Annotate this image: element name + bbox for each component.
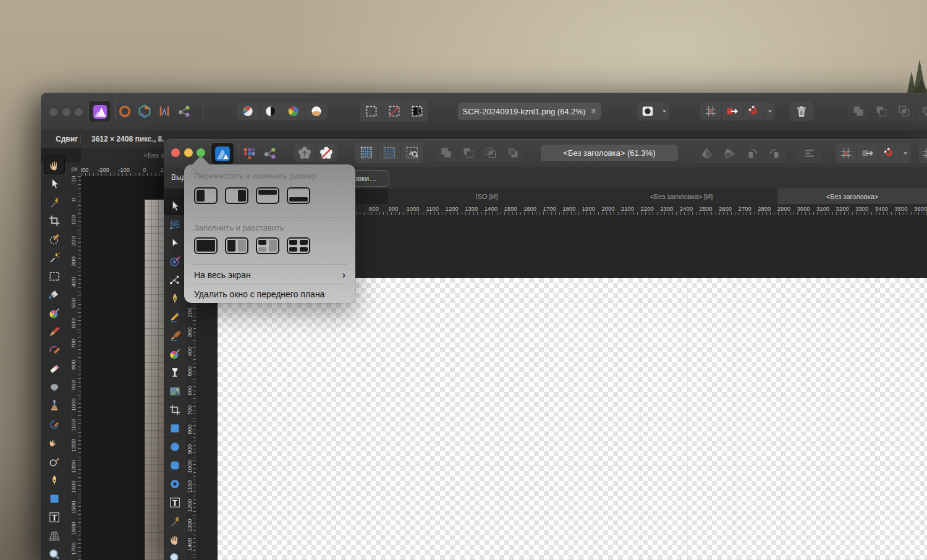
snap-magnet-button[interactable] — [879, 143, 900, 163]
tool-color-replace[interactable] — [44, 341, 65, 360]
tool-view-hand[interactable] — [164, 530, 185, 549]
marquee-button[interactable] — [360, 101, 383, 122]
tile-option-split-quarters-left[interactable] — [256, 237, 279, 254]
tone-map-persona-button[interactable] — [305, 103, 328, 120]
tool-node-editor[interactable] — [164, 271, 185, 289]
tool-rectangle[interactable] — [164, 419, 185, 438]
tool-rounded-rect[interactable] — [164, 456, 185, 475]
tile-option-top-half[interactable] — [256, 187, 279, 204]
remove-window-menu-item[interactable]: Удалить окно с переднего плана — [184, 286, 355, 302]
affinity-photo-app-icon[interactable] — [88, 100, 111, 123]
tool-marquee-tool[interactable] — [44, 267, 65, 286]
bool-add-button[interactable] — [848, 102, 869, 121]
tool-color-picker[interactable] — [164, 512, 185, 530]
snap-grid-button[interactable] — [700, 102, 721, 121]
tool-gradient[interactable] — [44, 304, 65, 323]
liquify-persona-button[interactable] — [260, 103, 282, 120]
flip-horizontal-button[interactable] — [695, 143, 717, 163]
shape-zoom-button[interactable] — [401, 142, 423, 163]
assistant-caret[interactable] — [659, 102, 669, 121]
bool-divide-button[interactable] — [502, 143, 523, 162]
tool-pencil[interactable] — [164, 308, 185, 326]
tool-blur[interactable] — [44, 378, 65, 397]
tool-crop[interactable] — [44, 211, 65, 230]
tool-view-hand[interactable] — [44, 156, 65, 174]
rotate-cw-button[interactable] — [764, 143, 786, 163]
bool-divide-button[interactable] — [916, 102, 927, 121]
transparent-canvas[interactable] — [218, 278, 927, 560]
pixel-grid-bright-button[interactable] — [355, 142, 377, 163]
gradient-bars-icon-button[interactable] — [157, 104, 172, 119]
caret-button[interactable] — [765, 102, 775, 121]
back-tab-partial[interactable]: <Без з — [81, 148, 164, 162]
snap-move-gray-button[interactable] — [857, 143, 878, 163]
tile-option-grid-2x2[interactable] — [287, 237, 310, 254]
document-tab-2[interactable]: <Без заголовка> [И] — [585, 189, 778, 204]
caret-button[interactable] — [900, 143, 910, 163]
marquee-snapshot-button[interactable] — [406, 101, 428, 122]
close-button[interactable] — [171, 148, 180, 157]
tool-color-picker[interactable] — [44, 193, 65, 211]
tool-undo-brush[interactable] — [44, 415, 65, 434]
tool-node-arrow[interactable] — [164, 234, 185, 252]
minimize-button[interactable] — [184, 148, 193, 157]
tool-selection-brush[interactable] — [44, 230, 65, 248]
node-link-icon-button[interactable] — [263, 146, 277, 161]
bool-intersect-button[interactable] — [480, 143, 501, 162]
snap-magnet-button[interactable] — [743, 102, 764, 121]
node-link-icon-button[interactable] — [177, 104, 192, 119]
snap-grid-button[interactable] — [836, 143, 857, 163]
tool-text[interactable] — [164, 493, 185, 512]
tool-text[interactable] — [44, 508, 65, 527]
tool-pen[interactable] — [164, 289, 185, 308]
pixel-persona-button[interactable] — [294, 144, 315, 162]
tool-gradient[interactable] — [164, 345, 185, 363]
tool-point-transform[interactable] — [164, 252, 185, 271]
tool-artboard[interactable] — [164, 215, 185, 234]
affinity-designer-app-icon[interactable] — [211, 142, 234, 165]
close-button[interactable] — [49, 108, 57, 116]
tool-flood-fill[interactable] — [44, 286, 65, 304]
tile-option-fill-screen[interactable] — [194, 237, 218, 254]
tool-clone[interactable] — [44, 397, 65, 415]
photo-persona-button[interactable] — [237, 103, 259, 120]
ring-icon-button[interactable] — [117, 104, 132, 119]
edge-clipped-button[interactable] — [919, 143, 927, 163]
tool-ellipse[interactable] — [164, 438, 185, 456]
tile-option-bottom-half[interactable] — [287, 187, 310, 204]
tile-option-left-half[interactable] — [194, 187, 218, 204]
trash-button[interactable] — [790, 101, 813, 121]
hexagon-icon-button[interactable] — [137, 104, 152, 119]
tool-flood-select[interactable] — [44, 248, 65, 267]
tool-rectangle[interactable] — [44, 490, 65, 508]
document-tab-3[interactable]: <Без заголовка> — [777, 189, 927, 204]
flip-vertical-button[interactable] — [718, 143, 740, 163]
tool-transparency[interactable] — [164, 363, 185, 382]
back-doc-title-pill[interactable]: SCR-20240919-kznl1.png (64.2%) ✳ — [458, 103, 601, 120]
alignment-button[interactable] — [797, 143, 822, 163]
tool-crop[interactable] — [164, 401, 185, 419]
tool-pen[interactable] — [44, 471, 65, 490]
minimize-button[interactable] — [62, 108, 70, 116]
tool-mesh-warp[interactable] — [44, 527, 65, 545]
bool-subtract-button[interactable] — [458, 143, 478, 162]
zoom-button[interactable] — [75, 108, 83, 116]
tile-option-split-left-right[interactable] — [225, 237, 248, 254]
tool-place-image[interactable] — [164, 382, 185, 401]
front-doc-title-pill[interactable]: <Без заголовка> (61.3%) — [541, 145, 678, 161]
tool-paint-brush[interactable] — [44, 323, 65, 341]
pixel-grid-button[interactable] — [378, 142, 400, 163]
assistant-button[interactable] — [637, 102, 659, 121]
tool-move[interactable] — [44, 174, 65, 193]
fullscreen-menu-item[interactable]: На весь экран › — [184, 267, 355, 283]
tool-zoom[interactable] — [44, 545, 65, 560]
ruler-unit-corner[interactable]: px — [68, 162, 82, 177]
tool-blemish[interactable] — [44, 452, 65, 471]
document-tab-1[interactable]: ISO [И] — [388, 189, 586, 204]
export-persona-button[interactable] — [316, 144, 337, 162]
tool-donut[interactable] — [164, 475, 185, 493]
tool-move[interactable] — [164, 197, 185, 215]
snap-move-button[interactable] — [722, 102, 743, 121]
zoom-button[interactable] — [197, 148, 205, 157]
bool-subtract-button[interactable] — [871, 102, 892, 121]
